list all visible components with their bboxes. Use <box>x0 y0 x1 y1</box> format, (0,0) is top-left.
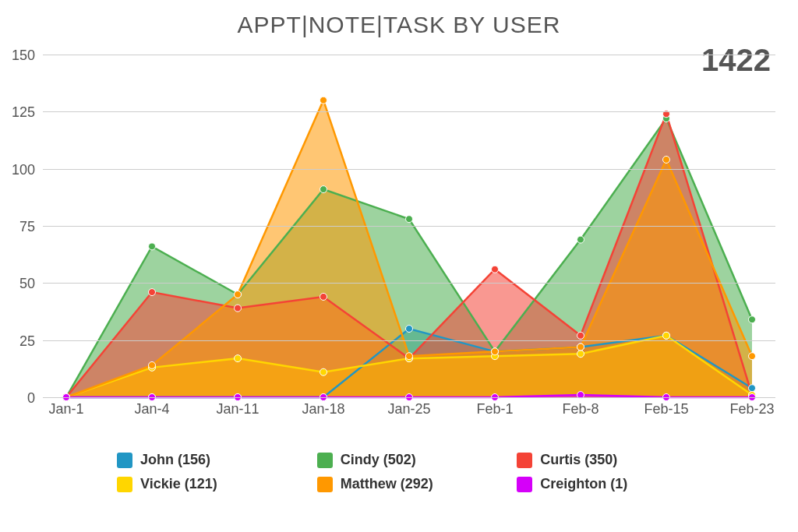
data-point <box>149 361 156 368</box>
y-tick-label: 100 <box>4 161 35 178</box>
data-point <box>235 355 242 362</box>
gridline: 100 <box>43 169 775 170</box>
y-tick-label: 125 <box>4 104 35 121</box>
area-chart: APPT|NOTE|TASK BY USER 1422 025507510012… <box>0 0 798 532</box>
legend-swatch <box>517 453 532 468</box>
gridline: 50 <box>43 283 775 284</box>
data-point <box>663 156 670 163</box>
legend-label: Matthew (292) <box>341 476 433 492</box>
data-point <box>235 291 242 298</box>
data-point <box>577 351 584 358</box>
data-point <box>406 353 413 360</box>
data-point <box>149 289 156 296</box>
y-tick-label: 25 <box>4 333 35 349</box>
data-point <box>406 326 413 333</box>
legend-label: Cindy (502) <box>341 452 416 468</box>
legend-item[interactable]: Matthew (292) <box>317 476 502 492</box>
legend: John (156)Cindy (502)Curtis (350)Vickie … <box>117 452 701 492</box>
y-tick-label: 75 <box>4 219 35 235</box>
gridline: 0 <box>43 397 775 398</box>
x-tick-label: Feb-23 <box>729 401 774 417</box>
data-point <box>320 368 327 375</box>
y-tick-label: 150 <box>4 48 35 64</box>
plot-area: 0255075100125150 <box>43 55 775 397</box>
data-point <box>663 332 670 339</box>
legend-item[interactable]: Curtis (350) <box>517 452 701 468</box>
y-tick-label: 50 <box>4 276 35 292</box>
gridline: 150 <box>43 55 775 55</box>
x-tick-label: Jan-25 <box>387 401 430 417</box>
y-tick-label: 0 <box>4 390 35 407</box>
legend-swatch <box>317 453 333 468</box>
data-point <box>320 186 327 193</box>
x-tick-label: Jan-18 <box>302 401 344 417</box>
data-point <box>749 316 756 323</box>
data-point <box>749 353 756 360</box>
data-point <box>577 344 584 351</box>
data-point <box>406 216 413 223</box>
data-point <box>577 236 584 243</box>
x-tick-label: Jan-1 <box>48 401 83 417</box>
x-tick-label: Jan-11 <box>216 401 259 417</box>
x-tick-label: Feb-8 <box>562 401 598 417</box>
legend-swatch <box>117 453 132 468</box>
data-point <box>749 385 756 392</box>
gridline: 125 <box>43 111 775 112</box>
data-point <box>577 332 584 339</box>
legend-item[interactable]: John (156) <box>117 452 302 468</box>
data-point <box>320 293 327 300</box>
x-axis-labels: Jan-1Jan-4Jan-11Jan-18Jan-25Feb-1Feb-8Fe… <box>43 401 775 425</box>
gridline: 25 <box>43 340 775 341</box>
legend-item[interactable]: Vickie (121) <box>117 476 302 492</box>
legend-item[interactable]: Cindy (502) <box>317 452 502 468</box>
x-tick-label: Feb-1 <box>476 401 513 417</box>
data-point <box>235 305 242 312</box>
chart-title: APPT|NOTE|TASK BY USER <box>0 12 798 38</box>
legend-label: John (156) <box>140 452 210 468</box>
data-point <box>492 348 499 355</box>
legend-swatch <box>517 477 532 492</box>
data-point <box>149 243 156 250</box>
legend-label: Curtis (350) <box>540 452 617 468</box>
legend-swatch <box>317 477 333 492</box>
legend-item[interactable]: Creighton (1) <box>517 476 701 492</box>
legend-label: Creighton (1) <box>540 476 627 492</box>
x-tick-label: Feb-15 <box>644 401 688 417</box>
legend-swatch <box>117 477 132 492</box>
x-tick-label: Jan-4 <box>134 401 169 417</box>
data-point <box>320 97 327 104</box>
legend-label: Vickie (121) <box>140 476 217 492</box>
gridline: 75 <box>43 226 775 227</box>
data-point <box>492 266 499 273</box>
